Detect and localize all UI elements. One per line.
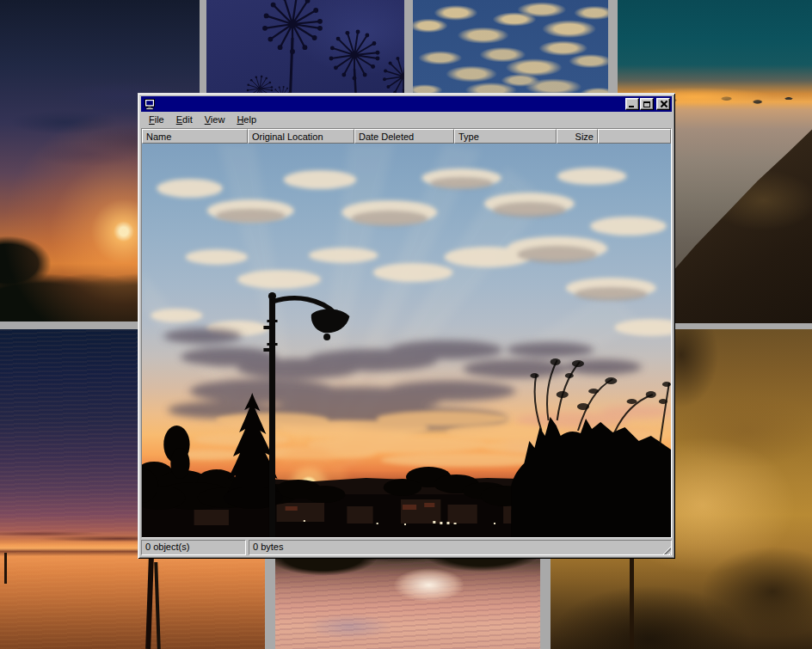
window-controls <box>624 98 670 110</box>
water-pole-silhouette <box>154 562 161 649</box>
maximize-icon <box>643 101 650 107</box>
menu-help[interactable]: Help <box>231 113 262 127</box>
minimize-icon <box>629 106 634 107</box>
sunset-lamp-photo-art <box>142 144 671 537</box>
column-header-name[interactable]: Name <box>142 129 248 144</box>
water-pole-silhouette <box>630 557 634 649</box>
status-bar: 0 object(s) 0 bytes <box>141 540 672 555</box>
computer-icon[interactable] <box>144 98 156 110</box>
status-total-size: 0 bytes <box>249 540 672 555</box>
maximize-button[interactable] <box>640 98 654 110</box>
menu-bar: File Edit View Help <box>141 112 672 128</box>
menu-edit[interactable]: Edit <box>170 113 199 127</box>
list-view: Name Original Location Date Deleted Type… <box>141 128 672 538</box>
close-button[interactable] <box>656 98 670 110</box>
column-header-row: Name Original Location Date Deleted Type… <box>142 129 671 144</box>
list-view-client-area-sunset-photo[interactable] <box>142 144 671 537</box>
column-header-type[interactable]: Type <box>454 129 557 144</box>
column-header-filler <box>598 129 671 144</box>
column-header-original-location[interactable]: Original Location <box>248 129 354 144</box>
right-tree-silhouettes <box>511 358 671 537</box>
status-object-count: 0 object(s) <box>141 540 246 555</box>
recycle-bin-window: File Edit View Help Name Original Locati… <box>138 93 675 559</box>
column-header-date-deleted[interactable]: Date Deleted <box>354 129 454 144</box>
minimize-button[interactable] <box>625 98 639 110</box>
water-pole-silhouette <box>145 558 154 649</box>
column-header-size[interactable]: Size <box>557 129 598 144</box>
water-pole-silhouette <box>4 553 7 584</box>
menu-file[interactable]: File <box>143 113 170 127</box>
title-bar[interactable] <box>141 96 672 112</box>
desktop-photo-collage: File Edit View Help Name Original Locati… <box>0 0 812 649</box>
close-icon <box>660 101 667 107</box>
menu-view[interactable]: View <box>199 113 231 127</box>
